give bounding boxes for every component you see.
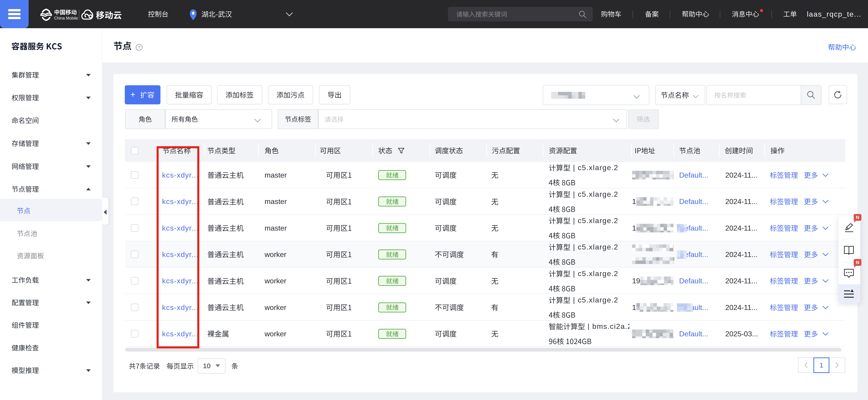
svg-text:?: ?: [138, 45, 141, 50]
